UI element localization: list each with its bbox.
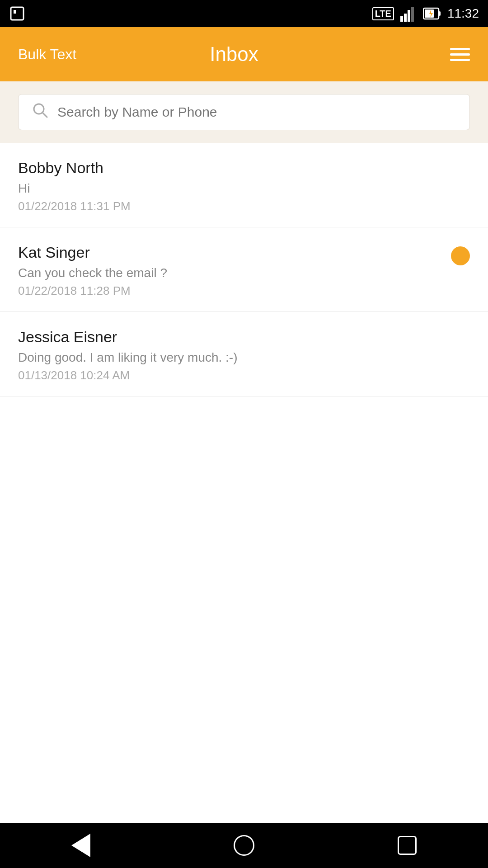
svg-rect-2 — [400, 16, 403, 22]
svg-rect-0 — [11, 7, 23, 20]
search-container — [0, 81, 488, 143]
message-timestamp: 01/13/2018 10:24 AM — [18, 368, 461, 382]
home-button[interactable] — [234, 835, 254, 856]
signal-icon — [400, 5, 417, 22]
svg-rect-7 — [439, 11, 441, 16]
status-time: 11:32 — [447, 6, 479, 21]
menu-line-2 — [450, 53, 470, 56]
recent-apps-icon — [398, 836, 417, 855]
unread-indicator — [451, 246, 470, 265]
contact-name: Jessica Eisner — [18, 328, 461, 346]
menu-line-3 — [450, 59, 470, 61]
svg-rect-4 — [408, 10, 410, 22]
message-preview: Doing good. I am liking it very much. :-… — [18, 350, 461, 365]
search-input[interactable] — [57, 104, 456, 120]
status-bar: LTE 11:32 — [0, 0, 488, 27]
search-box[interactable] — [18, 94, 470, 130]
app-header: Bulk Text Inbox — [0, 27, 488, 81]
back-icon — [71, 834, 90, 857]
bottom-navigation — [0, 823, 488, 868]
app-name: Bulk Text — [18, 46, 76, 63]
message-preview: Hi — [18, 181, 461, 196]
lte-indicator: LTE — [372, 7, 394, 20]
recent-apps-button[interactable] — [398, 836, 417, 855]
message-timestamp: 01/22/2018 11:31 PM — [18, 199, 461, 213]
menu-icon[interactable] — [450, 48, 470, 61]
message-list: Bobby North Hi 01/22/2018 11:31 PM Kat S… — [0, 143, 488, 396]
message-timestamp: 01/22/2018 11:28 PM — [18, 284, 442, 298]
message-content-2: Kat Singer Can you check the email ? 01/… — [18, 244, 451, 298]
message-content-3: Jessica Eisner Doing good. I am liking i… — [18, 328, 470, 382]
message-preview: Can you check the email ? — [18, 266, 442, 280]
menu-line-1 — [450, 48, 470, 50]
contact-name: Kat Singer — [18, 244, 442, 261]
message-content-1: Bobby North Hi 01/22/2018 11:31 PM — [18, 159, 470, 213]
svg-line-11 — [42, 113, 47, 117]
page-title: Inbox — [18, 43, 450, 66]
back-button[interactable] — [71, 834, 90, 857]
battery-icon — [423, 5, 441, 22]
search-icon — [32, 102, 48, 122]
svg-rect-3 — [404, 14, 407, 22]
svg-rect-5 — [411, 7, 414, 22]
notification-icon-area — [9, 5, 25, 22]
svg-rect-1 — [14, 10, 16, 14]
status-bar-right: LTE 11:32 — [372, 5, 479, 22]
list-item[interactable]: Kat Singer Can you check the email ? 01/… — [0, 227, 488, 312]
list-item[interactable]: Bobby North Hi 01/22/2018 11:31 PM — [0, 143, 488, 227]
contact-name: Bobby North — [18, 159, 461, 177]
list-item[interactable]: Jessica Eisner Doing good. I am liking i… — [0, 312, 488, 396]
home-icon — [234, 835, 254, 856]
